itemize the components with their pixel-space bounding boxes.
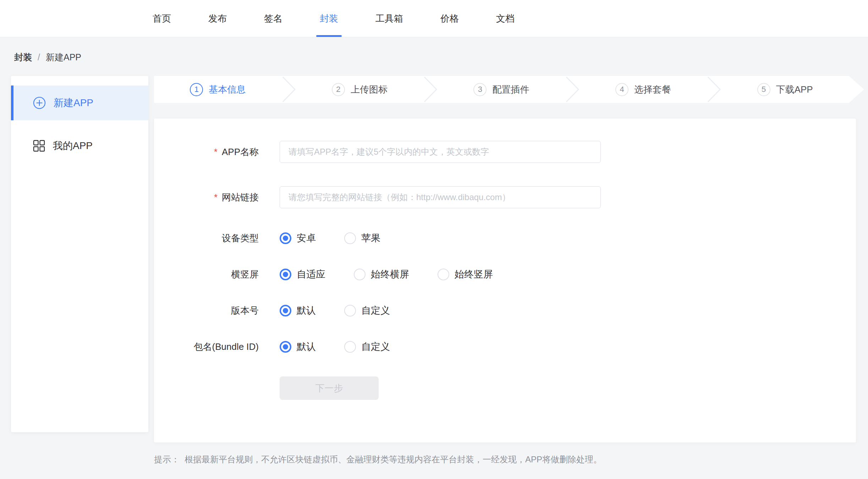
step-chevron-icon [282, 76, 296, 103]
nav-items: 首页发布签名封装工具箱价格文档 [153, 0, 515, 37]
radio-device-type-ios[interactable]: 苹果 [344, 232, 380, 244]
step-number: 2 [332, 83, 345, 96]
breadcrumb: 封装 / 新建APP [0, 37, 868, 63]
form-row-device-type: 设备类型安卓苹果 [154, 232, 856, 244]
radio-option-label: 苹果 [361, 232, 380, 244]
radio-device-type-android[interactable]: 安卓 [280, 232, 316, 244]
site-url-input[interactable] [280, 186, 601, 208]
radio-option-label: 默认 [297, 340, 316, 353]
radio-group-bundle-id: 默认自定义 [280, 340, 418, 353]
nav-item-label: 工具箱 [375, 12, 403, 25]
breadcrumb-item-package[interactable]: 封装 [14, 51, 32, 63]
radio-group-orientation: 自适应始终横屏始终竖屏 [280, 268, 521, 281]
step-basic-info[interactable]: 1基本信息 [154, 76, 282, 103]
top-nav: 首页发布签名封装工具箱价格文档 [0, 0, 868, 37]
sidebar: 新建APP我的APP [11, 76, 148, 432]
radio-orientation-portrait[interactable]: 始终竖屏 [438, 268, 493, 281]
radio-option-label: 安卓 [297, 232, 316, 244]
sidebar-item-new-app[interactable]: 新建APP [11, 86, 148, 120]
form-row-submit: 下一步 [154, 376, 856, 400]
field-label: 包名(Bundle ID) [154, 341, 259, 353]
radio-option-label: 始终横屏 [371, 268, 409, 281]
radio-button-icon [438, 269, 449, 280]
field-label: *APP名称 [154, 146, 259, 158]
step-config-plugin[interactable]: 3配置插件 [438, 76, 565, 103]
step-number: 1 [190, 83, 203, 96]
radio-option-label: 默认 [297, 304, 316, 317]
breadcrumb-item-new-app: 新建APP [46, 51, 81, 63]
radio-button-icon [344, 232, 356, 244]
main-panel: 1基本信息2上传图标3配置插件4选择套餐5下载APP *APP名称*网站链接设备… [154, 76, 864, 465]
radio-button-icon [344, 341, 356, 353]
form-row-version: 版本号默认自定义 [154, 304, 856, 317]
nav-item-label: 发布 [208, 12, 227, 25]
nav-item-price[interactable]: 价格 [440, 0, 459, 37]
form-row-bundle-id: 包名(Bundle ID)默认自定义 [154, 340, 856, 353]
nav-item-label: 封装 [320, 12, 338, 25]
field-label: 横竖屏 [154, 268, 259, 281]
required-asterisk: * [214, 147, 218, 158]
form-row-orientation: 横竖屏自适应始终横屏始终竖屏 [154, 268, 856, 281]
nav-item-label: 首页 [153, 12, 171, 25]
hint-text: 提示： 根据最新平台规则，不允许区块链虚拟币、金融理财类等违规内容在平台封装，一… [154, 454, 864, 465]
nav-item-package[interactable]: 封装 [320, 0, 338, 37]
nav-item-home[interactable]: 首页 [153, 0, 171, 37]
radio-option-label: 始终竖屏 [455, 268, 493, 281]
plus-circle-icon [33, 97, 46, 109]
field-label-text: 网站链接 [222, 191, 259, 204]
step-label: 配置插件 [492, 83, 529, 96]
app-name-input[interactable] [280, 141, 601, 163]
form-row-site-url: *网站链接 [154, 186, 856, 208]
nav-item-docs[interactable]: 文档 [496, 0, 515, 37]
required-asterisk: * [214, 192, 218, 203]
content-layout: 新建APP我的APP 1基本信息2上传图标3配置插件4选择套餐5下载APP *A… [0, 63, 868, 465]
nav-item-label: 文档 [496, 12, 515, 25]
sidebar-item-label: 我的APP [53, 139, 93, 153]
radio-orientation-auto[interactable]: 自适应 [280, 268, 325, 281]
sidebar-item-label: 新建APP [54, 96, 93, 110]
field-label-text: 横竖屏 [231, 268, 259, 281]
step-download-app[interactable]: 5下载APP [721, 76, 849, 103]
field-label-text: 设备类型 [222, 232, 259, 244]
radio-option-label: 自适应 [297, 268, 325, 281]
radio-button-icon [280, 305, 291, 316]
radio-bundle-id-custom[interactable]: 自定义 [344, 340, 390, 353]
next-step-button[interactable]: 下一步 [280, 376, 379, 400]
step-label: 基本信息 [209, 83, 246, 96]
hint-body: 根据最新平台规则，不允许区块链虚拟币、金融理财类等违规内容在平台封装，一经发现，… [185, 454, 602, 465]
steps-bar: 1基本信息2上传图标3配置插件4选择套餐5下载APP [154, 76, 864, 103]
field-label-text: 版本号 [231, 304, 259, 317]
breadcrumb-separator: / [38, 52, 40, 62]
field-label: 设备类型 [154, 232, 259, 244]
hint-prefix: 提示： [154, 454, 180, 465]
radio-button-icon [280, 341, 291, 353]
step-choose-plan[interactable]: 4选择套餐 [579, 76, 707, 103]
radio-button-icon [280, 232, 291, 244]
form-rows: *APP名称*网站链接设备类型安卓苹果横竖屏自适应始终横屏始终竖屏版本号默认自定… [154, 141, 856, 353]
step-chevron-icon [565, 76, 579, 103]
nav-item-toolbox[interactable]: 工具箱 [375, 0, 403, 37]
radio-option-label: 自定义 [361, 304, 390, 317]
radio-orientation-landscape[interactable]: 始终横屏 [354, 268, 409, 281]
step-number: 5 [757, 83, 770, 96]
nav-item-label: 价格 [440, 12, 459, 25]
step-upload-icon[interactable]: 2上传图标 [296, 76, 424, 103]
step-label: 上传图标 [351, 83, 388, 96]
form-card: *APP名称*网站链接设备类型安卓苹果横竖屏自适应始终横屏始终竖屏版本号默认自定… [154, 119, 856, 442]
radio-group-device-type: 安卓苹果 [280, 232, 409, 244]
radio-version-custom[interactable]: 自定义 [344, 304, 390, 317]
nav-item-label: 签名 [264, 12, 282, 25]
sidebar-item-my-app[interactable]: 我的APP [11, 128, 148, 163]
radio-version-default[interactable]: 默认 [280, 304, 316, 317]
step-label: 选择套餐 [634, 83, 671, 96]
field-label: 版本号 [154, 304, 259, 317]
grid-icon [33, 140, 45, 152]
nav-item-publish[interactable]: 发布 [208, 0, 227, 37]
radio-bundle-id-default[interactable]: 默认 [280, 340, 316, 353]
form-row-app-name: *APP名称 [154, 141, 856, 163]
radio-button-icon [354, 269, 366, 280]
step-chevron-icon [423, 76, 438, 103]
nav-item-sign[interactable]: 签名 [264, 0, 282, 37]
step-number: 3 [473, 83, 487, 96]
radio-button-icon [344, 305, 356, 316]
